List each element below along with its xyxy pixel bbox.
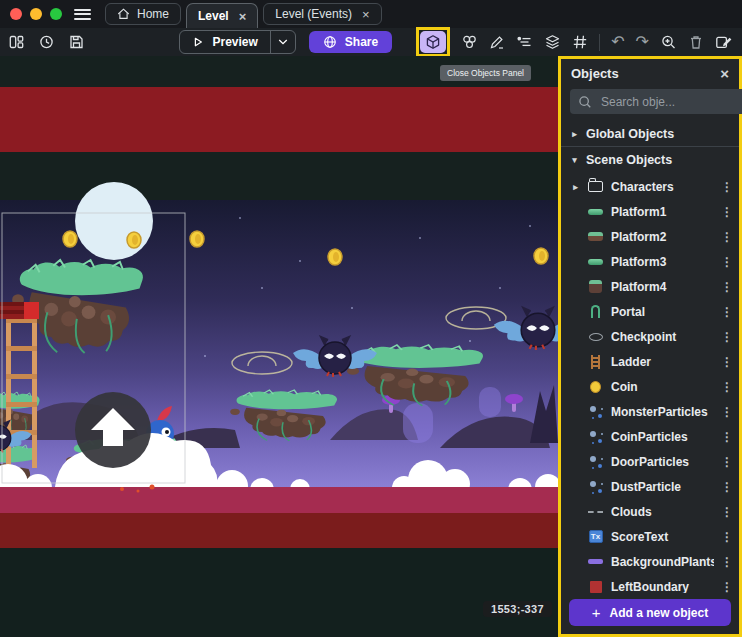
section-scene-objects[interactable]: ▾ Scene Objects [561, 147, 739, 172]
item-menu-icon[interactable]: ⋮ [721, 280, 731, 294]
item-menu-icon[interactable]: ⋮ [721, 455, 731, 469]
item-menu-icon[interactable]: ⋮ [721, 405, 731, 419]
section-global-objects[interactable]: ▸ Global Objects [561, 121, 739, 146]
item-menu-icon[interactable]: ⋮ [721, 330, 731, 344]
item-menu-icon[interactable]: ⋮ [721, 555, 731, 569]
object-item-monsterparticles[interactable]: MonsterParticles ⋮ [561, 399, 739, 424]
platform-thumbnail-icon [587, 229, 604, 245]
caret-down-icon: ▾ [570, 155, 579, 165]
left-boundary-object[interactable] [0, 302, 39, 319]
toolbar-separator [599, 34, 600, 51]
redo-button[interactable]: ↷ [636, 34, 649, 50]
item-menu-icon[interactable]: ⋮ [721, 230, 731, 244]
coin-object[interactable] [63, 231, 77, 247]
object-item-checkpoint[interactable]: Checkpoint ⋮ [561, 324, 739, 349]
close-tab-icon[interactable]: × [239, 10, 247, 23]
object-item-doorparticles[interactable]: DoorParticles ⋮ [561, 449, 739, 474]
object-item-platform2[interactable]: Platform2 ⋮ [561, 224, 739, 249]
background-band-red [0, 87, 558, 152]
tab-label: Level (Events) [275, 7, 352, 21]
share-button[interactable]: Share [309, 31, 392, 53]
object-groups-icon [461, 34, 478, 50]
arrow-control-object[interactable] [75, 392, 151, 468]
object-groups-button[interactable] [461, 34, 478, 50]
red-square-thumbnail-icon [587, 579, 604, 594]
object-item-scoretext[interactable]: Tx ScoreText ⋮ [561, 524, 739, 549]
search-icon [578, 95, 592, 109]
edit-properties-button[interactable] [715, 34, 733, 50]
grid-button[interactable] [572, 34, 588, 50]
item-menu-icon[interactable]: ⋮ [721, 505, 731, 519]
close-window-button[interactable] [10, 8, 22, 20]
history-icon[interactable] [38, 34, 55, 50]
object-item-clouds[interactable]: Clouds ⋮ [561, 499, 739, 524]
item-menu-icon[interactable]: ⋮ [721, 305, 731, 319]
panel-layout-icon[interactable] [8, 34, 25, 50]
close-panel-icon[interactable]: × [720, 66, 729, 81]
undo-button[interactable]: ↶ [611, 34, 624, 50]
layers-button[interactable] [544, 34, 561, 50]
section-label: Global Objects [586, 127, 674, 141]
tab-level-events[interactable]: Level (Events) × [263, 3, 381, 25]
item-menu-icon[interactable]: ⋮ [721, 530, 731, 544]
toolbar: Preview Share [0, 28, 742, 56]
delete-button[interactable] [688, 34, 704, 50]
window-controls [10, 8, 62, 20]
object-item-leftboundary[interactable]: LeftBoundary ⋮ [561, 574, 739, 593]
coin-object[interactable] [190, 231, 204, 247]
item-menu-icon[interactable]: ⋮ [721, 580, 731, 594]
object-item-portal[interactable]: Portal ⋮ [561, 299, 739, 324]
item-menu-icon[interactable]: ⋮ [721, 180, 731, 194]
save-icon[interactable] [68, 34, 85, 50]
item-menu-icon[interactable]: ⋮ [721, 255, 731, 269]
object-item-coin[interactable]: Coin ⋮ [561, 374, 739, 399]
object-item-ladder[interactable]: Ladder ⋮ [561, 349, 739, 374]
scene-canvas[interactable] [0, 56, 558, 637]
object-item-platform3[interactable]: Platform3 ⋮ [561, 249, 739, 274]
zoom-window-button[interactable] [50, 8, 62, 20]
panel-title: Objects [571, 66, 619, 81]
item-menu-icon[interactable]: ⋮ [721, 205, 731, 219]
preview-button[interactable]: Preview [179, 30, 295, 54]
coin-object[interactable] [127, 232, 141, 248]
caret-right-icon: ▸ [570, 129, 579, 139]
foreground-band-darkred [0, 513, 558, 548]
add-new-object-button[interactable]: + Add a new object [569, 599, 731, 626]
tab-home[interactable]: Home [105, 3, 181, 25]
foreground-band-dark [0, 548, 558, 637]
zoom-in-button[interactable] [660, 34, 677, 50]
object-item-platform1[interactable]: Platform1 ⋮ [561, 199, 739, 224]
object-item-dustparticle[interactable]: DustParticle ⋮ [561, 474, 739, 499]
preview-options-button[interactable] [270, 31, 295, 53]
caret-right-icon[interactable]: ▸ [571, 182, 580, 192]
toolbar-center: Preview Share [179, 30, 392, 54]
minimize-window-button[interactable] [30, 8, 42, 20]
text-thumbnail-icon: Tx [587, 529, 604, 545]
moon[interactable] [75, 182, 153, 260]
coin-object[interactable] [328, 249, 342, 265]
item-menu-icon[interactable]: ⋮ [721, 380, 731, 394]
preview-label: Preview [212, 35, 257, 49]
tab-level[interactable]: Level × [186, 3, 258, 28]
coin-object[interactable] [534, 248, 548, 264]
zoom-in-icon [660, 34, 677, 50]
item-menu-icon[interactable]: ⋮ [721, 480, 731, 494]
folder-icon [587, 179, 604, 195]
object-item-platform4[interactable]: Platform4 ⋮ [561, 274, 739, 299]
search-box[interactable] [570, 89, 742, 114]
search-input[interactable] [599, 94, 742, 110]
object-item-backgroundplants[interactable]: BackgroundPlants ⋮ [561, 549, 739, 574]
main-menu-icon[interactable] [74, 9, 91, 20]
objects-panel-button[interactable] [420, 31, 446, 53]
close-tab-icon[interactable]: × [362, 8, 370, 21]
cursor-coordinates: 1553;-337 [483, 601, 552, 617]
tab-label: Home [137, 7, 169, 21]
object-item-coinparticles[interactable]: CoinParticles ⋮ [561, 424, 739, 449]
instances-list-button[interactable] [516, 34, 533, 50]
item-menu-icon[interactable]: ⋮ [721, 430, 731, 444]
edit-button[interactable] [489, 34, 505, 50]
object-item-characters[interactable]: ▸ Characters ⋮ [561, 174, 739, 199]
background-band-dark2 [0, 152, 558, 200]
tab-bar: Home Level × Level (Events) × [105, 0, 382, 28]
item-menu-icon[interactable]: ⋮ [721, 355, 731, 369]
